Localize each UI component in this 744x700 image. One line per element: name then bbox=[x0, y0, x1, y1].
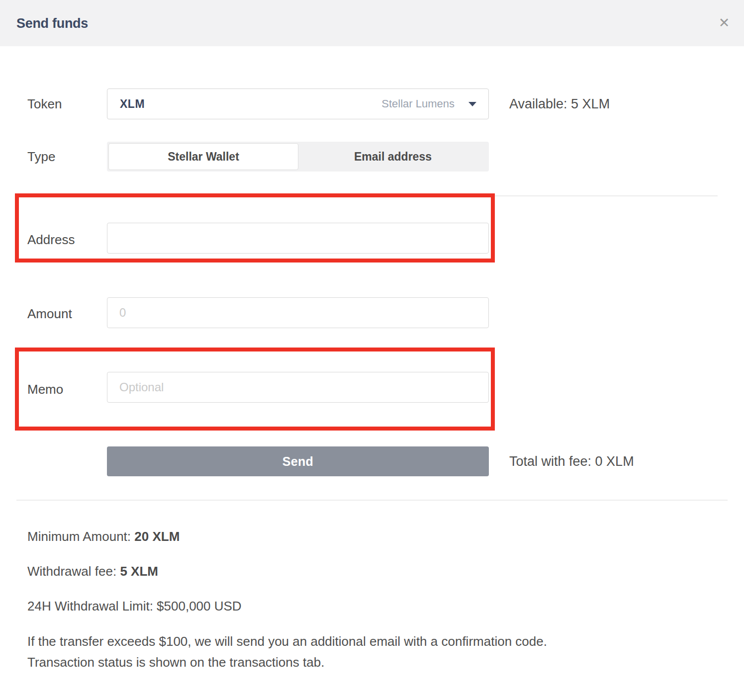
total-with-fee: Total with fee: 0 XLM bbox=[509, 453, 634, 469]
page-title: Send funds bbox=[16, 15, 88, 31]
token-select[interactable]: XLM Stellar Lumens bbox=[107, 88, 489, 119]
memo-label: Memo bbox=[27, 382, 63, 397]
minimum-amount-label: Minimum Amount: bbox=[27, 529, 134, 544]
withdrawal-limit-line: 24H Withdrawal Limit: $500,000 USD bbox=[27, 598, 242, 614]
close-button[interactable]: ✕ bbox=[713, 12, 735, 34]
minimum-amount-line: Minimum Amount: 20 XLM bbox=[27, 528, 180, 544]
withdrawal-fee-label: Withdrawal fee: bbox=[27, 564, 120, 579]
token-full-name: Stellar Lumens bbox=[381, 97, 455, 110]
memo-input[interactable] bbox=[107, 372, 489, 403]
address-input[interactable] bbox=[107, 223, 489, 254]
type-label: Type bbox=[27, 149, 55, 164]
note-line-2: Transaction status is shown on the trans… bbox=[27, 654, 324, 670]
minimum-amount-value: 20 XLM bbox=[134, 529, 180, 544]
divider bbox=[16, 195, 718, 196]
withdrawal-fee-value: 5 XLM bbox=[120, 564, 158, 579]
token-symbol: XLM bbox=[120, 97, 145, 111]
segment-stellar-wallet[interactable]: Stellar Wallet bbox=[108, 143, 298, 170]
send-funds-modal: Send funds ✕ Token XLM Stellar Lumens Av… bbox=[0, 0, 744, 700]
type-segmented-control: Stellar Wallet Email address bbox=[107, 142, 489, 172]
modal-header: Send funds ✕ bbox=[0, 0, 744, 46]
withdrawal-fee-line: Withdrawal fee: 5 XLM bbox=[27, 563, 158, 579]
address-label: Address bbox=[27, 232, 75, 247]
token-label: Token bbox=[27, 96, 62, 111]
available-balance: Available: 5 XLM bbox=[509, 96, 610, 112]
segment-email-address[interactable]: Email address bbox=[298, 143, 487, 170]
close-icon: ✕ bbox=[719, 16, 730, 30]
divider bbox=[16, 500, 728, 501]
note-line-1: If the transfer exceeds $100, we will se… bbox=[27, 633, 547, 649]
chevron-down-icon bbox=[468, 102, 476, 106]
send-button[interactable]: Send bbox=[107, 446, 489, 476]
amount-label: Amount bbox=[27, 306, 72, 321]
amount-input[interactable] bbox=[107, 297, 489, 328]
